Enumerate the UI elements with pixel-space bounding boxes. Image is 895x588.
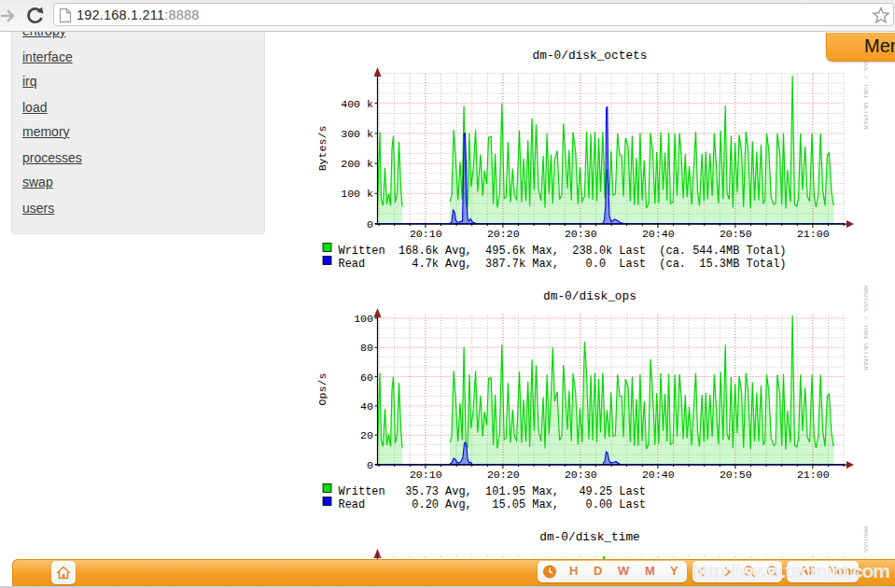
svg-text:100: 100 xyxy=(354,313,373,325)
svg-text:300 k: 300 k xyxy=(341,128,373,140)
svg-text:Read 0.20 Avg, 15.05 M: Read 0.20 Avg, 15.05 Max, 0.00 Last xyxy=(339,498,647,511)
svg-text:20:10: 20:10 xyxy=(410,469,442,481)
svg-text:dm-0/disk_octets: dm-0/disk_octets xyxy=(533,49,648,63)
svg-text:dm-0/disk_time: dm-0/disk_time xyxy=(539,530,640,544)
svg-text:20:50: 20:50 xyxy=(720,228,752,240)
svg-text:20:30: 20:30 xyxy=(565,228,597,240)
svg-text:Bytes/s: Bytes/s xyxy=(316,126,329,172)
svg-text:20:10: 20:10 xyxy=(410,228,442,240)
svg-text:20: 20 xyxy=(360,429,373,441)
svg-text:21:00: 21:00 xyxy=(797,228,830,240)
svg-text:Ops/s: Ops/s xyxy=(316,373,329,406)
svg-text:RRDTOOL / TOBI OETIKER: RRDTOOL / TOBI OETIKER xyxy=(862,526,868,559)
svg-text:40: 40 xyxy=(360,400,373,413)
svg-text:100 k: 100 k xyxy=(341,188,373,200)
svg-text:20:20: 20:20 xyxy=(487,228,520,240)
svg-text:20:40: 20:40 xyxy=(642,469,675,481)
svg-text:21:00: 21:00 xyxy=(797,469,830,481)
svg-text:0: 0 xyxy=(367,218,373,231)
svg-text:20:40: 20:40 xyxy=(642,228,675,240)
svg-text:Written 35.73 Avg, 101.95 M: Written 35.73 Avg, 101.95 Max, 49.25 Las… xyxy=(339,485,647,498)
svg-text:Written 168.6k Avg, 495.6k M: Written 168.6k Avg, 495.6k Max, 238.0k L… xyxy=(339,245,787,258)
svg-text:20:50: 20:50 xyxy=(720,469,752,481)
svg-text:200 k: 200 k xyxy=(341,158,373,170)
svg-text:Read 4.7k Avg, 387.7k M: Read 4.7k Avg, 387.7k Max, 0.0 Last (ca.… xyxy=(339,258,787,271)
svg-text:60: 60 xyxy=(360,371,373,384)
svg-text:dm-0/disk_ops: dm-0/disk_ops xyxy=(543,289,636,303)
svg-text:20:20: 20:20 xyxy=(487,469,520,481)
svg-text:20:30: 20:30 xyxy=(565,469,597,481)
svg-text:400 k: 400 k xyxy=(341,98,373,110)
svg-text:0: 0 xyxy=(367,459,373,471)
svg-text:RRDTOOL / TOBI OETIKER: RRDTOOL / TOBI OETIKER xyxy=(862,286,868,371)
svg-text:80: 80 xyxy=(360,342,373,354)
